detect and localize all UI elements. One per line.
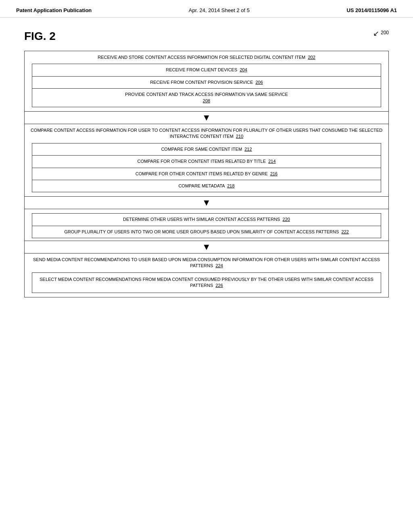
fig-number-area: ↙ 200 <box>373 30 389 37</box>
ref-204: 204 <box>240 67 247 72</box>
block2-children: COMPARE FOR SAME CONTENT ITEM 212 COMPAR… <box>32 143 381 193</box>
ref-206: 206 <box>255 80 263 85</box>
ref-210: 210 <box>236 134 243 139</box>
flowchart: RECEIVE AND STORE CONTENT ACCESS INFORMA… <box>24 51 389 297</box>
block2-child1: COMPARE FOR SAME CONTENT ITEM 212 <box>32 143 381 156</box>
block2-child3: COMPARE FOR OTHER CONTENT ITEMS RELATED … <box>32 168 381 180</box>
block3-outer: DETERMINE OTHER USERS WITH SIMILAR CONTE… <box>25 209 388 241</box>
header-left: Patent Application Publication <box>16 7 92 13</box>
fig-label: FIG. 2 <box>24 30 56 43</box>
fig-label-area: FIG. 2 ↙ 200 <box>24 30 389 43</box>
header-right: US 2014/0115096 A1 <box>346 7 397 13</box>
block1-title: RECEIVE AND STORE CONTENT ACCESS INFORMA… <box>25 51 388 64</box>
ref-220: 220 <box>283 217 290 222</box>
ref-216: 216 <box>270 171 277 176</box>
block1-child2: RECEIVE FROM CONTENT PROVISION SERVICE 2… <box>32 77 381 89</box>
arrow-down-2: ▼ <box>25 197 388 209</box>
ref-224: 224 <box>215 263 223 268</box>
block3-children: DETERMINE OTHER USERS WITH SIMILAR CONTE… <box>32 213 381 238</box>
block2-child4: COMPARE METADATA 218 <box>32 180 381 192</box>
ref-208: 208 <box>203 98 210 103</box>
ref-212: 212 <box>244 147 252 152</box>
arrow-icon: ↙ <box>373 30 379 37</box>
block2-outer: COMPARE CONTENT ACCESS INFORMATION FOR U… <box>25 124 388 197</box>
page-header: Patent Application Publication Apr. 24, … <box>0 0 413 18</box>
block1-child3: PROVIDE CONTENT AND TRACK ACCESS INFORMA… <box>32 89 381 107</box>
header-center: Apr. 24, 2014 Sheet 2 of 5 <box>189 7 250 13</box>
block3-child2: GROUP PLURALITY OF USERS INTO TWO OR MOR… <box>32 226 381 238</box>
arrow-down-3: ▼ <box>25 241 388 253</box>
block4-child1: SELECT MEDIA CONTENT RECOMMENDATIONS FRO… <box>32 273 381 293</box>
ref-218: 218 <box>227 183 234 188</box>
block4-title: SEND MEDIA CONTENT RECOMMENDATIONS TO US… <box>25 254 388 272</box>
block1-children: RECEIVE FROM CLIENT DEVICES 204 RECEIVE … <box>32 64 381 107</box>
block4-outer: SEND MEDIA CONTENT RECOMMENDATIONS TO US… <box>25 253 388 293</box>
block2-title: COMPARE CONTENT ACCESS INFORMATION FOR U… <box>25 124 388 143</box>
ref-222: 222 <box>341 229 348 234</box>
page-content: FIG. 2 ↙ 200 RECEIVE AND STORE CONTENT A… <box>0 18 413 322</box>
fig-ref: 200 <box>381 30 389 35</box>
arrow-label: ↙ 200 <box>373 30 389 37</box>
block2-child2: COMPARE FOR OTHER CONTENT ITEMS RELATED … <box>32 156 381 168</box>
block1-child1: RECEIVE FROM CLIENT DEVICES 204 <box>32 64 381 76</box>
block1-outer: RECEIVE AND STORE CONTENT ACCESS INFORMA… <box>25 51 388 112</box>
ref-226: 226 <box>215 283 223 288</box>
block4-children: SELECT MEDIA CONTENT RECOMMENDATIONS FRO… <box>32 272 381 293</box>
ref-214: 214 <box>268 159 275 164</box>
block3-child1: DETERMINE OTHER USERS WITH SIMILAR CONTE… <box>32 214 381 226</box>
arrow-down-1: ▼ <box>25 112 388 124</box>
block1-ref: 202 <box>308 55 315 60</box>
